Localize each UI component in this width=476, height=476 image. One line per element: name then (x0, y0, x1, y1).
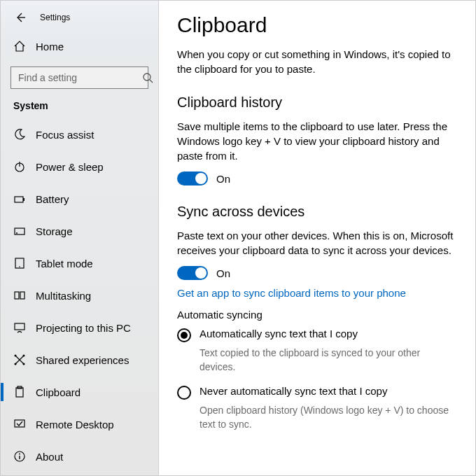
toggle-state-label: On (216, 173, 230, 185)
sidebar-item-label: Remote Desktop (36, 419, 114, 430)
toggle-state-label: On (216, 267, 230, 279)
moon-icon (13, 128, 29, 141)
radio-label: Never automatically sync text that I cop… (200, 385, 387, 397)
projecting-icon (13, 321, 29, 334)
svg-rect-22 (15, 420, 24, 427)
svg-rect-13 (15, 323, 24, 330)
intro-text: When you copy or cut something in Window… (177, 47, 457, 76)
sidebar-item-clipboard[interactable]: Clipboard (1, 376, 158, 408)
svg-point-24 (19, 454, 20, 455)
main-content: Clipboard When you copy or cut something… (159, 1, 475, 475)
sidebar-item-label: Focus assist (36, 129, 94, 141)
sidebar-item-tablet-mode[interactable]: Tablet mode (1, 247, 158, 279)
sidebar-item-label: Clipboard (36, 386, 80, 398)
sidebar-item-label: Battery (36, 193, 69, 205)
sidebar: Settings Home System Focus assist (1, 1, 159, 475)
automatic-syncing-heading: Automatic syncing (177, 309, 457, 321)
toggle-thumb (195, 173, 206, 184)
sidebar-item-storage[interactable]: Storage (1, 215, 158, 247)
svg-rect-11 (15, 292, 19, 299)
sidebar-item-label: About (36, 451, 63, 463)
sync-toggle[interactable]: On (177, 266, 457, 280)
svg-rect-5 (15, 197, 23, 202)
remote-desktop-icon (13, 418, 29, 430)
clipboard-icon (13, 386, 29, 398)
toggle-track (177, 266, 208, 280)
radio-option-auto-sync[interactable]: Automatically sync text that I copy (177, 328, 457, 342)
svg-rect-7 (15, 228, 24, 234)
svg-point-10 (19, 266, 20, 267)
clipboard-history-desc: Save multiple items to the clipboard to … (177, 119, 457, 163)
clipboard-history-toggle[interactable]: On (177, 172, 457, 186)
toggle-track (177, 172, 208, 186)
sidebar-item-home[interactable]: Home (1, 30, 158, 62)
svg-rect-6 (23, 198, 24, 201)
clipboard-history-heading: Clipboard history (177, 94, 457, 111)
search-box[interactable] (10, 66, 148, 89)
window-header: Settings (1, 5, 158, 30)
multitasking-icon (13, 289, 29, 302)
sidebar-item-shared-experiences[interactable]: Shared experiences (1, 344, 158, 376)
sync-heading: Sync across devices (177, 204, 457, 220)
sidebar-item-label: Tablet mode (36, 258, 93, 270)
tablet-icon (13, 257, 29, 270)
search-icon (142, 72, 153, 83)
sync-app-link[interactable]: Get an app to sync clipboard items to yo… (177, 287, 457, 299)
sidebar-item-label: Multitasking (36, 290, 91, 302)
radio-button (177, 328, 191, 342)
svg-rect-12 (20, 292, 24, 299)
sidebar-item-battery[interactable]: Battery (1, 183, 158, 215)
svg-line-2 (150, 80, 153, 83)
sidebar-item-multitasking[interactable]: Multitasking (1, 279, 158, 312)
power-icon (13, 160, 29, 173)
sidebar-item-label: Shared experiences (36, 354, 129, 366)
radio-button (177, 386, 191, 400)
page-title: Clipboard (177, 13, 457, 37)
battery-icon (13, 192, 29, 205)
home-icon (13, 40, 29, 52)
svg-point-16 (15, 355, 17, 357)
sidebar-item-power-sleep[interactable]: Power & sleep (1, 150, 158, 183)
sidebar-item-projecting[interactable]: Projecting to this PC (1, 312, 158, 344)
svg-point-8 (16, 232, 18, 234)
svg-point-18 (15, 363, 17, 365)
shared-icon (13, 354, 29, 366)
sidebar-item-label: Home (36, 41, 64, 52)
info-icon (13, 450, 29, 463)
sync-desc: Paste text on your other devices. When t… (177, 228, 457, 258)
sidebar-item-label: Projecting to this PC (36, 322, 131, 334)
sidebar-category-label: System (1, 96, 158, 118)
storage-icon (13, 225, 29, 237)
sidebar-item-label: Power & sleep (36, 161, 104, 173)
sidebar-item-label: Storage (36, 225, 73, 237)
radio-label: Automatically sync text that I copy (200, 328, 358, 340)
svg-point-19 (23, 363, 25, 365)
search-input[interactable] (17, 71, 142, 84)
toggle-thumb (195, 267, 206, 279)
radio-desc: Open clipboard history (Windows logo key… (200, 404, 457, 431)
svg-rect-20 (16, 388, 23, 397)
sidebar-item-focus-assist[interactable]: Focus assist (1, 118, 158, 150)
svg-point-1 (144, 74, 150, 80)
sidebar-item-remote-desktop[interactable]: Remote Desktop (1, 408, 158, 440)
radio-option-never-sync[interactable]: Never automatically sync text that I cop… (177, 385, 457, 400)
back-arrow-icon[interactable] (13, 12, 27, 23)
radio-desc: Text copied to the clipboard is synced t… (200, 346, 457, 374)
svg-point-17 (23, 355, 25, 357)
sidebar-item-about[interactable]: About (1, 440, 158, 472)
app-title: Settings (40, 13, 70, 22)
